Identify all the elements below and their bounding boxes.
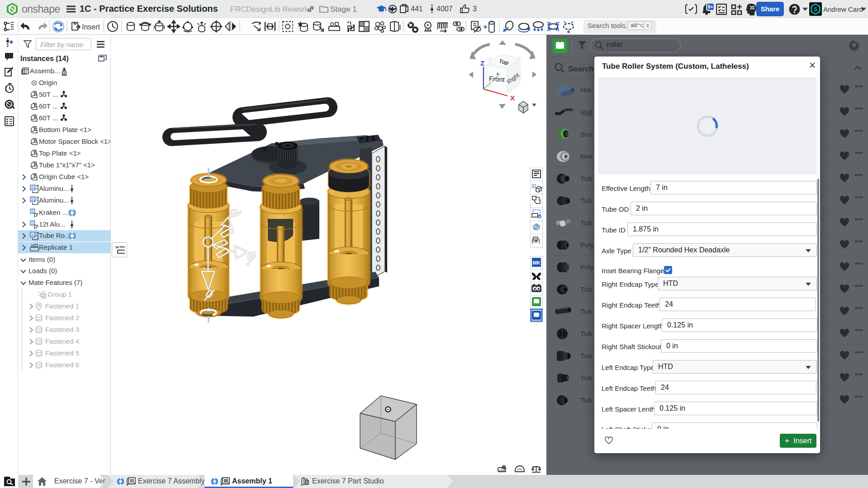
svg-text:x: x <box>534 238 538 244</box>
svg-text:MK: MK <box>532 260 540 265</box>
svg-text:Insert: Insert <box>82 23 100 31</box>
svg-text:9+: 9+ <box>707 4 713 9</box>
svg-text:Z: Z <box>480 59 484 67</box>
svg-text:): ) <box>538 237 540 244</box>
svg-text:S: S <box>814 6 817 13</box>
svg-text:X: X <box>510 94 515 102</box>
